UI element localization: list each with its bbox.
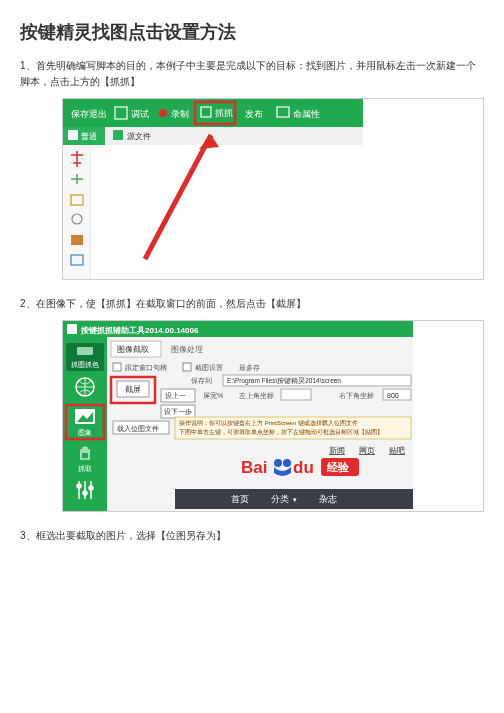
svg-text:经验: 经验 [326, 461, 350, 473]
prop-label[interactable]: 命属性 [293, 109, 320, 119]
svg-text:▾: ▾ [293, 496, 297, 503]
svg-rect-3 [68, 130, 78, 140]
ftr-cat[interactable]: 分类 [271, 494, 289, 504]
nav-web[interactable]: 网页 [359, 446, 375, 455]
app-icon [67, 324, 77, 334]
save-path-value: E:\Program Files\按键精灵2014\screen [227, 377, 341, 385]
svg-rect-4 [113, 130, 123, 140]
cap-setting-checkbox[interactable] [183, 363, 191, 371]
svg-rect-11 [91, 145, 363, 279]
side-fetch-label[interactable]: 抓图抓色 [71, 361, 99, 368]
ftr-mix[interactable]: 杂志 [319, 494, 337, 504]
svg-point-37 [274, 459, 282, 467]
save-to-label: 保存到 [191, 377, 212, 384]
ftr-home[interactable]: 首页 [231, 494, 249, 504]
page-title: 按键精灵找图点击设置方法 [20, 20, 484, 44]
window-sync-checkbox[interactable] [113, 363, 121, 371]
tab-source[interactable]: 源文件 [127, 132, 151, 141]
svg-text:右下角坐标: 右下角坐标 [339, 392, 374, 399]
nav-news[interactable]: 新闻 [329, 446, 345, 455]
step-3-text: 3、框选出要截取的图片，选择【位图另存为】 [20, 528, 484, 544]
debug-label[interactable]: 调试 [131, 109, 149, 119]
svg-text:Bai: Bai [241, 458, 267, 477]
svg-text:下图中单击左键，可弹填取单点坐标，按下左键拖动可框选目标区域: 下图中单击左键，可弹填取单点坐标，按下左键拖动可框选目标区域【贴图】 [179, 429, 383, 435]
record-label[interactable]: 录制 [171, 109, 189, 119]
tl-input[interactable] [281, 389, 311, 400]
svg-text:载入位图文件: 载入位图文件 [117, 425, 159, 433]
window-sync-label: 跟定窗口句柄 [125, 364, 167, 371]
svg-text:设下一步: 设下一步 [164, 408, 192, 416]
svg-text:设上一: 设上一 [165, 392, 186, 399]
app-title: 按键抓抓辅助工具2014.00.14006 [80, 326, 199, 335]
step-1-text: 1、首先明确编写脚本的目的，本例子中主要是完成以下的目标：找到图片，并用鼠标左击… [20, 58, 484, 90]
svg-text:du: du [293, 458, 314, 477]
tab-normal[interactable]: 普通 [81, 132, 97, 141]
sliders-icon[interactable] [77, 481, 93, 499]
svg-point-38 [283, 459, 291, 467]
tab-capture[interactable]: 图像截取 [117, 345, 149, 354]
svg-point-21 [77, 484, 81, 488]
screenshot-2: 按键抓抓辅助工具2014.00.14006 抓图抓色 图象 抓取 [62, 320, 484, 512]
svg-rect-9 [71, 235, 83, 245]
cap-setting-label: 截图设置 [195, 364, 223, 371]
svg-point-22 [83, 491, 87, 495]
side-grab-label[interactable]: 抓取 [78, 465, 92, 472]
side-img-label[interactable]: 图象 [78, 429, 92, 436]
step-2-text: 2、在图像下，使【抓抓】在截取窗口的前面，然后点击【截屏】 [20, 296, 484, 312]
save-exit-label[interactable]: 保存退出 [71, 109, 107, 119]
record-icon[interactable] [159, 109, 167, 117]
tab-process[interactable]: 图像处理 [171, 345, 203, 354]
svg-point-23 [89, 486, 93, 490]
more-many-label: 最多存 [239, 364, 260, 371]
publish-label[interactable]: 发布 [245, 109, 263, 119]
baidu-logo: Bai du 经验 [241, 458, 359, 477]
grab-label[interactable]: 抓抓 [215, 108, 233, 118]
capture-label: 截屏 [125, 385, 141, 394]
svg-text:操作说明：你可以按键盘右上方 PrintScreen 键或选: 操作说明：你可以按键盘右上方 PrintScreen 键或选择载入位图文件 [179, 419, 358, 426]
nav-tieba[interactable]: 贴吧 [389, 446, 405, 455]
svg-text:左上角坐标: 左上角坐标 [239, 392, 274, 399]
svg-text:800: 800 [387, 392, 399, 399]
screenshot-1: 保存退出 调试 录制 抓抓 发布 命属性 普通 源文件 [62, 98, 484, 280]
fetch-icon[interactable] [77, 347, 93, 355]
svg-text:屏宽%: 屏宽% [203, 392, 223, 400]
